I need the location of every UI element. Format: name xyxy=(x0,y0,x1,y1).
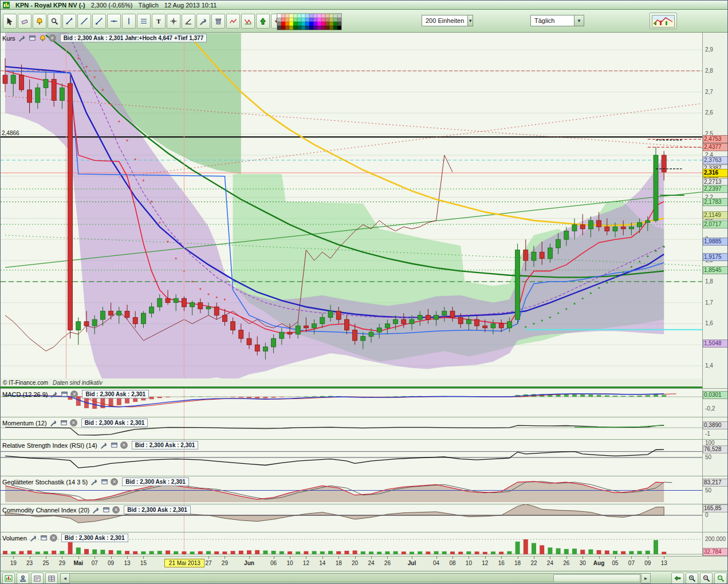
panel-close-icon[interactable]: × xyxy=(120,441,128,449)
color-swatch[interactable] xyxy=(277,18,281,22)
pattern-tool-2[interactable] xyxy=(241,14,255,29)
panel-settings-icon[interactable] xyxy=(49,419,58,427)
color-swatch[interactable] xyxy=(289,18,293,22)
panel-close-icon[interactable]: × xyxy=(50,534,57,542)
color-swatch[interactable] xyxy=(321,14,325,18)
color-swatch[interactable] xyxy=(337,22,341,26)
color-swatch[interactable] xyxy=(309,26,313,30)
color-swatch[interactable] xyxy=(333,14,337,18)
units-dropdown[interactable]: 200 Einheiten ▼ xyxy=(422,15,473,26)
color-swatch[interactable] xyxy=(333,22,337,26)
cursor-tool[interactable] xyxy=(3,14,17,29)
color-swatch[interactable] xyxy=(317,22,321,26)
panel-detach-icon[interactable] xyxy=(60,419,68,427)
color-swatch[interactable] xyxy=(297,22,301,26)
panel-settings-icon[interactable] xyxy=(100,441,108,449)
line-tool[interactable] xyxy=(77,14,91,29)
panel-detach-icon[interactable] xyxy=(28,34,37,42)
panel-close-icon[interactable]: × xyxy=(112,506,120,514)
panel-detach-icon[interactable] xyxy=(100,478,109,486)
color-swatch[interactable] xyxy=(277,22,281,26)
color-swatch[interactable] xyxy=(293,22,297,26)
momentum-axis[interactable]: -10,3890 xyxy=(702,417,728,439)
panel-detach-icon[interactable] xyxy=(110,441,119,449)
color-swatch[interactable] xyxy=(313,26,317,30)
color-swatch[interactable] xyxy=(293,14,297,18)
color-swatch[interactable] xyxy=(325,18,329,22)
pattern-tool-1[interactable] xyxy=(226,14,240,29)
chart-style-button[interactable] xyxy=(650,13,677,29)
color-swatch[interactable] xyxy=(329,18,333,22)
period-dropdown[interactable]: Täglich ▼ xyxy=(530,15,584,26)
color-swatch[interactable] xyxy=(281,22,285,26)
color-swatch[interactable] xyxy=(313,22,317,26)
color-swatch[interactable] xyxy=(297,14,301,18)
color-swatch[interactable] xyxy=(329,14,333,18)
chart-scrollbar[interactable]: ◄ ► xyxy=(60,573,651,582)
text-tool[interactable]: T xyxy=(152,14,166,29)
color-swatch[interactable] xyxy=(289,22,293,26)
color-swatch[interactable] xyxy=(297,26,301,30)
color-swatch[interactable] xyxy=(277,26,281,30)
color-swatch[interactable] xyxy=(289,14,293,18)
chevron-down-icon[interactable]: ▼ xyxy=(467,15,473,26)
selected-date-label[interactable]: 21 Mai 2013 xyxy=(164,559,204,567)
scroll-right-button[interactable]: ► xyxy=(641,573,651,583)
color-swatch[interactable] xyxy=(333,26,337,30)
price-axis[interactable]: 2,92,82,72,62,52,42,32,22,121,91,81,71,6… xyxy=(702,33,728,388)
color-swatch[interactable] xyxy=(305,26,309,30)
macd-axis[interactable]: -0,20,0301 xyxy=(702,389,728,417)
alarm-tool[interactable] xyxy=(33,14,46,29)
panel-settings-icon[interactable] xyxy=(92,506,100,514)
horizontal-line-tool[interactable] xyxy=(107,14,121,29)
ray-tool[interactable] xyxy=(92,14,106,29)
color-swatch[interactable] xyxy=(329,26,333,30)
color-swatch[interactable] xyxy=(337,26,341,30)
orders-table-icon[interactable] xyxy=(45,573,58,584)
scroll-left-button[interactable]: ◄ xyxy=(60,573,70,583)
color-swatch[interactable] xyxy=(293,26,297,30)
parallel-lines-tool[interactable] xyxy=(137,14,151,29)
color-swatch[interactable] xyxy=(321,26,325,30)
zoom-reset-icon[interactable] xyxy=(714,573,727,584)
color-swatch[interactable] xyxy=(285,14,289,18)
panel-close-icon[interactable]: × xyxy=(49,34,56,42)
color-swatch[interactable] xyxy=(305,22,309,26)
buy-arrow-tool[interactable] xyxy=(256,14,270,29)
pan-mode-icon[interactable] xyxy=(671,573,684,584)
color-swatch[interactable] xyxy=(325,22,329,26)
color-swatch[interactable] xyxy=(305,14,309,18)
color-swatch[interactable] xyxy=(293,18,297,22)
price-chart-plot[interactable] xyxy=(1,33,702,380)
color-swatch[interactable] xyxy=(277,14,281,18)
color-swatch[interactable] xyxy=(285,26,289,30)
zoom-out-icon[interactable] xyxy=(700,573,713,584)
cci-axis[interactable]: 0165,85 xyxy=(702,504,728,532)
news-icon[interactable] xyxy=(31,573,44,584)
person-icon[interactable] xyxy=(17,573,29,584)
stoch-axis[interactable]: 5083,217 xyxy=(702,476,728,504)
panel-alarm-icon[interactable] xyxy=(38,34,47,42)
color-swatch[interactable] xyxy=(301,22,305,26)
color-swatch[interactable] xyxy=(281,14,285,18)
settings-tool[interactable] xyxy=(196,14,210,29)
color-swatch[interactable] xyxy=(337,14,341,18)
scrollbar-thumb[interactable] xyxy=(553,574,640,582)
color-swatch[interactable] xyxy=(317,18,321,22)
scrollbar-track[interactable] xyxy=(69,573,642,582)
color-swatch[interactable] xyxy=(301,18,305,22)
color-swatch[interactable] xyxy=(309,14,313,18)
panel-detach-icon[interactable] xyxy=(40,534,48,542)
color-swatch[interactable] xyxy=(309,18,313,22)
segment-tool[interactable] xyxy=(62,14,76,29)
color-swatch[interactable] xyxy=(297,18,301,22)
color-swatch[interactable] xyxy=(285,22,289,26)
panel-detach-icon[interactable] xyxy=(102,506,111,514)
delete-tool[interactable] xyxy=(211,14,225,29)
color-swatch[interactable] xyxy=(313,18,317,22)
color-swatch[interactable] xyxy=(329,22,333,26)
time-axis[interactable]: 19232529Mai070913152729Jun06101214182024… xyxy=(1,556,728,571)
color-swatch[interactable] xyxy=(337,18,341,22)
angle-tool[interactable] xyxy=(182,14,195,29)
panel-settings-icon[interactable] xyxy=(18,34,26,42)
